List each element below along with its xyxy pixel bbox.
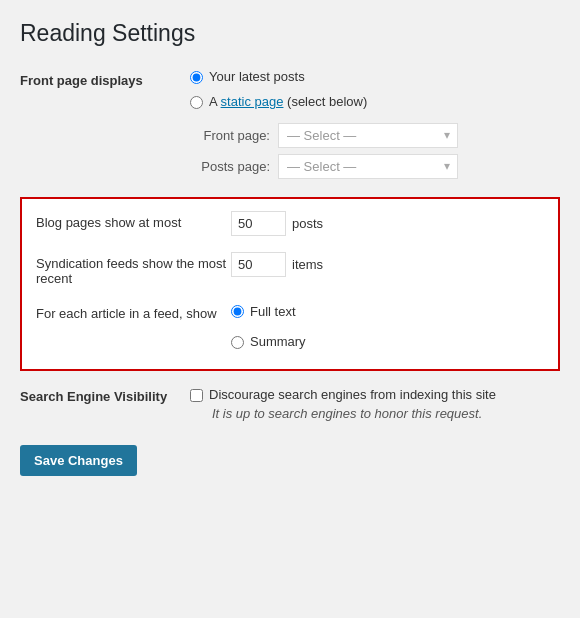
search-engine-value: Discourage search engines from indexing … — [190, 387, 560, 421]
posts-page-select-row: Posts page: — Select — — [190, 154, 560, 179]
search-engine-checkbox[interactable] — [190, 389, 203, 402]
static-page-label: A static page (select below) — [209, 92, 367, 113]
syndication-input[interactable] — [231, 252, 286, 277]
posts-page-select[interactable]: — Select — — [278, 154, 458, 179]
full-text-label: Full text — [250, 302, 296, 323]
summary-radio[interactable] — [231, 336, 244, 349]
summary-row: Summary — [231, 332, 306, 353]
latest-posts-label: Your latest posts — [209, 67, 305, 88]
front-page-select-label: Front page: — [200, 128, 270, 143]
blog-pages-input[interactable] — [231, 211, 286, 236]
blog-pages-row: Blog pages show at most posts — [36, 211, 544, 236]
syndication-unit: items — [292, 257, 323, 272]
syndication-value: items — [231, 252, 323, 277]
blog-pages-value: posts — [231, 211, 323, 236]
posts-page-select-label: Posts page: — [200, 159, 270, 174]
static-page-row: A static page (select below) — [190, 92, 560, 113]
summary-label: Summary — [250, 332, 306, 353]
front-page-section: Front page displays Your latest posts A … — [20, 67, 560, 185]
latest-posts-row: Your latest posts — [190, 67, 560, 88]
static-page-radio[interactable] — [190, 96, 203, 109]
front-page-select-wrapper: — Select — — [278, 123, 458, 148]
highlighted-section: Blog pages show at most posts Syndicatio… — [20, 197, 560, 372]
latest-posts-radio[interactable] — [190, 71, 203, 84]
search-engine-section: Search Engine Visibility Discourage sear… — [20, 381, 560, 427]
discourage-checkbox-row: Discourage search engines from indexing … — [190, 387, 560, 402]
syndication-label: Syndication feeds show the most recent — [36, 252, 231, 286]
front-page-options: Your latest posts A static page (select … — [190, 67, 560, 185]
article-feed-row: For each article in a feed, show Full te… — [36, 302, 544, 358]
article-feed-label: For each article in a feed, show — [36, 302, 231, 321]
blog-pages-label: Blog pages show at most — [36, 211, 231, 230]
search-engine-hint: It is up to search engines to honor this… — [190, 406, 560, 421]
static-page-link[interactable]: static page — [221, 94, 284, 109]
save-changes-button[interactable]: Save Changes — [20, 445, 137, 476]
front-page-select-row: Front page: — Select — — [190, 123, 560, 148]
blog-pages-unit: posts — [292, 216, 323, 231]
search-engine-label: Search Engine Visibility — [20, 387, 180, 404]
syndication-row: Syndication feeds show the most recent i… — [36, 252, 544, 286]
search-engine-checkbox-label: Discourage search engines from indexing … — [209, 387, 496, 402]
page-title: Reading Settings — [20, 20, 560, 47]
posts-page-select-wrapper: — Select — — [278, 154, 458, 179]
front-page-label: Front page displays — [20, 67, 180, 88]
full-text-radio[interactable] — [231, 305, 244, 318]
full-text-row: Full text — [231, 302, 306, 323]
article-feed-options: Full text Summary — [231, 302, 306, 358]
front-page-select[interactable]: — Select — — [278, 123, 458, 148]
